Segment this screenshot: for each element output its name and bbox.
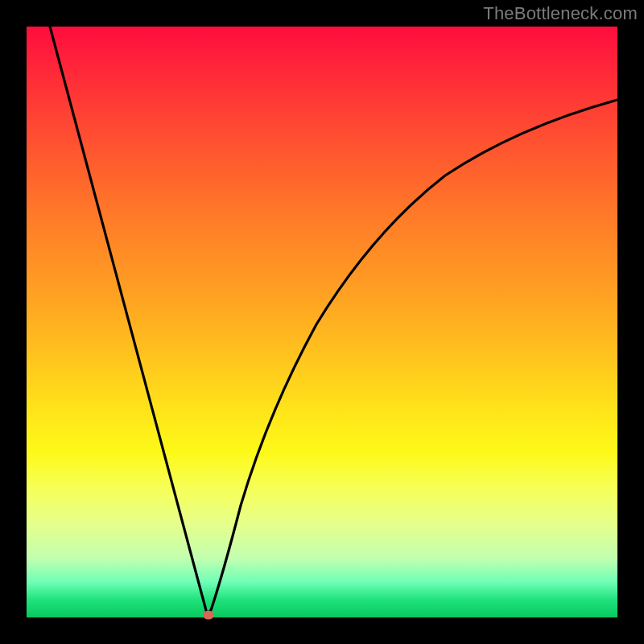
curve-left-branch bbox=[50, 27, 207, 613]
chart-frame: TheBottleneck.com bbox=[0, 0, 644, 644]
watermark-text: TheBottleneck.com bbox=[483, 3, 638, 24]
curve-right-branch bbox=[207, 100, 617, 613]
min-marker bbox=[203, 611, 214, 620]
chart-plot-area bbox=[27, 27, 617, 617]
